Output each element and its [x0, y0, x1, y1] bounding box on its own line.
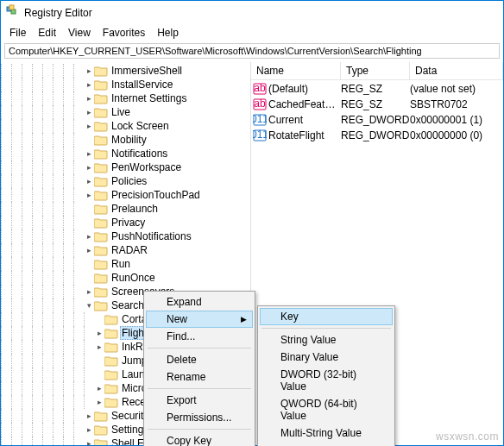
menu-item[interactable]: Copy Key Name — [146, 432, 253, 446]
tree-label[interactable]: Lock Screen — [110, 120, 171, 132]
tree-label[interactable]: ImmersiveShell — [110, 65, 184, 77]
expand-icon[interactable]: ▸ — [84, 229, 94, 243]
menu-separator — [148, 388, 251, 389]
expand-icon[interactable]: ▸ — [84, 119, 94, 133]
expand-icon[interactable]: ▸ — [84, 188, 94, 202]
svg-text:ab: ab — [254, 97, 266, 110]
tree-node[interactable]: Privacy — [1, 216, 250, 229]
menu-item[interactable]: Delete — [146, 351, 253, 368]
header-type[interactable]: Type — [341, 62, 410, 79]
menu-favorites[interactable]: Favorites — [98, 25, 150, 41]
menu-item[interactable]: Multi-String Value — [260, 424, 393, 442]
value-name[interactable]: Current — [268, 114, 341, 126]
menu-item[interactable]: Expandable String Value — [260, 442, 393, 446]
tree-node[interactable]: ▸RADAR — [1, 243, 250, 257]
header-name[interactable]: Name — [251, 62, 341, 79]
menu-item-label: Delete — [167, 354, 197, 366]
value-data: 0x00000000 (0) — [410, 129, 503, 141]
expand-icon[interactable]: ▸ — [84, 243, 94, 257]
expand-icon[interactable]: ▸ — [84, 78, 94, 91]
menu-item[interactable]: Export — [146, 392, 253, 409]
menu-item[interactable]: Expand — [146, 293, 253, 311]
menu-item-label: Export — [167, 394, 197, 406]
value-row[interactable]: 011CurrentREG_DWORD0x00000001 (1) — [251, 112, 503, 128]
menu-view[interactable]: View — [63, 25, 96, 41]
tree-label[interactable]: PrecisionTouchPad — [110, 189, 202, 201]
tree-node[interactable]: ▸Policies — [1, 174, 250, 188]
menu-item[interactable]: String Value — [260, 331, 393, 349]
titlebar: Registry Editor — [1, 1, 503, 24]
expand-icon[interactable]: ▸ — [94, 340, 104, 354]
svg-rect-2 — [9, 5, 14, 9]
tree-label[interactable]: Search — [110, 299, 146, 311]
menu-item[interactable]: QWORD (64-bit) Value — [260, 395, 393, 424]
tree-label[interactable]: PushNotifications — [110, 230, 193, 242]
tree-node[interactable]: ▸Lock Screen — [1, 119, 250, 133]
tree-node[interactable]: ▸PushNotifications — [1, 229, 250, 243]
value-name[interactable]: RotateFlight — [268, 129, 341, 141]
menu-item[interactable]: Binary Value — [260, 349, 393, 366]
value-name[interactable]: CachedFeatureS... — [268, 98, 341, 110]
value-row[interactable]: 011RotateFlightREG_DWORD0x00000000 (0) — [251, 128, 503, 143]
tree-label[interactable]: Internet Settings — [110, 92, 188, 104]
expand-icon[interactable]: ▸ — [84, 423, 94, 437]
expand-icon[interactable]: ▸ — [84, 409, 94, 423]
tree-label[interactable]: PenWorkspace — [110, 161, 183, 173]
svg-text:011: 011 — [253, 129, 267, 141]
menu-item-label: Multi-String Value — [280, 427, 362, 439]
value-name[interactable]: (Default) — [268, 83, 341, 95]
expand-icon[interactable]: ▸ — [84, 91, 94, 105]
context-submenu-new[interactable]: KeyString ValueBinary ValueDWORD (32-bit… — [257, 305, 395, 446]
tree-node[interactable]: ▸ImmersiveShell — [1, 64, 250, 78]
tree-label[interactable]: RADAR — [110, 244, 149, 256]
tree-node[interactable]: ▸Notifications — [1, 147, 250, 160]
menu-edit[interactable]: Edit — [33, 25, 61, 41]
tree-node[interactable]: ▸InstallService — [1, 78, 250, 91]
tree-label[interactable]: Prelaunch — [110, 203, 160, 215]
menubar[interactable]: File Edit View Favorites Help — [1, 24, 503, 41]
expand-icon[interactable]: ▸ — [84, 174, 94, 188]
tree-node[interactable]: Run — [1, 257, 250, 271]
expand-icon[interactable]: ▸ — [84, 105, 94, 119]
menu-item[interactable]: Key — [260, 308, 393, 325]
menu-item[interactable]: New▶ — [146, 311, 253, 328]
expand-icon[interactable]: ▸ — [94, 381, 104, 395]
value-row[interactable]: ab(Default)REG_SZ(value not set) — [251, 81, 503, 97]
tree-node[interactable]: ▸Live — [1, 105, 250, 119]
tree-node[interactable]: RunOnce — [1, 271, 250, 285]
value-type: REG_SZ — [341, 98, 410, 110]
collapse-icon[interactable]: ▾ — [84, 298, 94, 312]
expand-icon[interactable]: ▸ — [84, 160, 94, 174]
menu-item[interactable]: DWORD (32-bit) Value — [260, 366, 393, 395]
context-menu[interactable]: ExpandNew▶Find...DeleteRenameExportPermi… — [143, 291, 255, 446]
expand-icon[interactable]: ▸ — [84, 64, 94, 78]
list-header[interactable]: Name Type Data — [251, 62, 503, 80]
menu-item[interactable]: Permissions... — [146, 409, 253, 426]
expand-icon[interactable]: ▸ — [84, 285, 94, 298]
expand-icon[interactable]: ▸ — [94, 395, 104, 409]
tree-label[interactable]: Notifications — [110, 148, 169, 160]
menu-file[interactable]: File — [4, 25, 31, 41]
tree-node[interactable]: Mobility — [1, 133, 250, 147]
expand-icon[interactable]: ▸ — [84, 147, 94, 160]
tree-label[interactable]: RunOnce — [110, 272, 157, 284]
tree-label[interactable]: Policies — [110, 175, 148, 187]
value-type: REG_SZ — [341, 83, 410, 95]
tree-node[interactable]: Prelaunch — [1, 202, 250, 216]
value-row[interactable]: abCachedFeatureS...REG_SZSBSTR0702 — [251, 97, 503, 112]
tree-node[interactable]: ▸Internet Settings — [1, 91, 250, 105]
address-bar[interactable]: Computer\HKEY_CURRENT_USER\Software\Micr… — [4, 43, 500, 59]
tree-label[interactable]: Run — [110, 258, 132, 270]
expand-icon[interactable]: ▸ — [94, 326, 104, 340]
tree-node[interactable]: ▸PenWorkspace — [1, 160, 250, 174]
tree-label[interactable]: InstallService — [110, 79, 174, 91]
tree-label[interactable]: Live — [110, 106, 132, 118]
tree-node[interactable]: ▸PrecisionTouchPad — [1, 188, 250, 202]
menu-help[interactable]: Help — [152, 25, 184, 41]
tree-label[interactable]: Privacy — [110, 217, 147, 229]
expand-icon[interactable]: ▸ — [84, 437, 94, 445]
header-data[interactable]: Data — [410, 62, 503, 79]
menu-item[interactable]: Find... — [146, 328, 253, 345]
tree-label[interactable]: Mobility — [110, 134, 148, 146]
menu-item[interactable]: Rename — [146, 368, 253, 386]
